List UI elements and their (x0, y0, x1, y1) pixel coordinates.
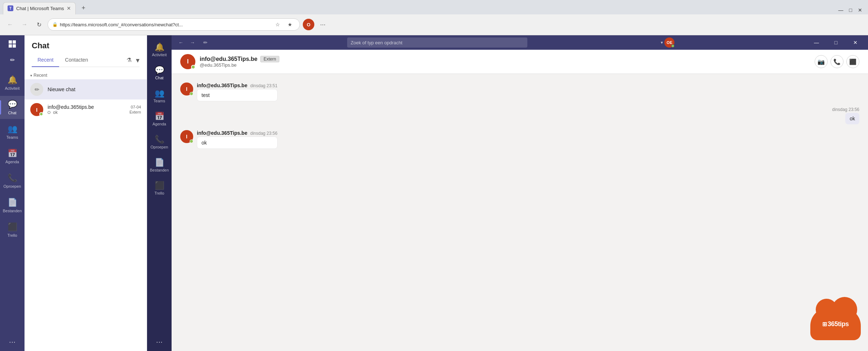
list-item[interactable]: I info@edu.365tips.be ok 07-04 Extern (25, 99, 147, 120)
message-content: info@edu.365Tips.be dinsdag 23:51 test (197, 83, 278, 101)
teams-sidebar-item-trello[interactable]: ⬛ Trello (147, 177, 172, 200)
msg-avatar-initials: I (186, 86, 187, 92)
collections-icon[interactable]: ★ (284, 19, 295, 30)
profile-button[interactable]: O (303, 19, 314, 30)
teams-sidebar-item-bestanden[interactable]: 📄 Bestanden (147, 154, 172, 177)
teams-trello-icon: ⬛ (155, 181, 164, 190)
teams-favicon: T (8, 5, 13, 11)
new-chat-plus-icon: ✏ (35, 86, 39, 93)
message-sender: info@edu.365Tips.be (197, 83, 247, 88)
sidebar-item-bestanden[interactable]: 📄 Bestanden (0, 194, 25, 217)
voice-call-button[interactable]: 📞 (831, 55, 843, 68)
apps-grid-icon (9, 40, 16, 48)
chat-messages: I info@edu.365Tips.be dinsdag 23:51 test (172, 74, 868, 157)
browser-close[interactable]: ✕ (858, 7, 862, 13)
message-bubble: ok (197, 137, 278, 149)
sidebar-item-oproepen[interactable]: 📞 Oproepen (0, 169, 25, 192)
right-content: 🔔 Activiteit 💬 Chat 👥 Teams 📅 Agenda 📞 (147, 35, 868, 351)
browser-maximize[interactable]: □ (849, 7, 852, 13)
teams-bestanden-icon: 📄 (155, 158, 164, 167)
bookmark-star-icon[interactable]: ☆ (272, 19, 283, 30)
section-arrow-icon: ▾ (30, 74, 32, 77)
teams-compose-button[interactable]: ✏ (200, 37, 211, 48)
message-meta: info@edu.365Tips.be dinsdag 23:51 (197, 83, 278, 88)
tab-contacten[interactable]: Contacten (59, 53, 94, 67)
trello-icon: ⬛ (8, 222, 17, 232)
url-text: https://teams.microsoft.com/_#/conversat… (60, 22, 269, 27)
back-button[interactable]: ← (4, 19, 16, 30)
browser-tabs: T Chat | Microsoft Teams ✕ + — □ ✕ (0, 0, 868, 14)
message-row: I info@edu.365Tips.be dinsdag 23:56 ok (180, 130, 859, 149)
sidebar-item-teams[interactable]: 👥 Teams (0, 120, 25, 143)
sidebar-item-agenda[interactable]: 📅 Agenda (0, 145, 25, 168)
sidebar-item-trello[interactable]: ⬛ Trello (0, 218, 25, 241)
watermark: ⊞ 365tips (810, 308, 861, 344)
chat-filter-button[interactable]: ⚗ (124, 54, 134, 66)
browser-minimize[interactable]: — (838, 7, 843, 13)
chat-panel-title: Chat (32, 41, 140, 50)
address-bar[interactable]: 🔒 https://teams.microsoft.com/_#/convers… (48, 18, 300, 31)
message-meta: info@edu.365Tips.be dinsdag 23:56 (197, 130, 278, 136)
sidebar-item-activiteit[interactable]: 🔔 Activiteit (0, 71, 25, 94)
teams-sidebar-item-oproepen[interactable]: 📞 Oproepen (147, 130, 172, 154)
sidebar-more-button[interactable]: ··· (9, 333, 15, 351)
watermark-text: ⊞ 365tips (822, 320, 849, 328)
chat-header-info: info@edu.365Tips.be Extern @edu.365Tips.… (200, 56, 815, 68)
teams-sidebar-item-teams[interactable]: 👥 Teams (147, 84, 172, 107)
avatar-status-dot (39, 112, 43, 116)
sidebar-bestanden-label: Bestanden (3, 209, 22, 213)
chat-header-actions: 📷 📞 ⬛ (815, 55, 859, 68)
teams-sidebar-more-button[interactable]: ··· (156, 333, 163, 351)
teams-activiteit-icon: 🔔 (155, 43, 164, 52)
teams-back-button[interactable]: ← (176, 37, 186, 48)
sidebar-item-chat[interactable]: 💬 Chat (0, 96, 25, 119)
new-tab-button[interactable]: + (77, 2, 89, 14)
chat-panel: Chat Recent Contacten ⚗ ▾ ▾ Recent ✏ Nie… (25, 35, 147, 351)
left-sidebar: ✏ 🔔 Activiteit 💬 Chat 👥 Teams 📅 Agenda 📞… (0, 35, 25, 351)
watermark-office-icon: ⊞ (822, 321, 827, 328)
close-tab-button[interactable]: ✕ (67, 5, 71, 11)
teams-sidebar-item-activiteit[interactable]: 🔔 Activiteit (147, 38, 172, 61)
address-bar-actions: ☆ ★ (272, 19, 295, 30)
forward-button[interactable]: → (19, 19, 30, 30)
video-call-button[interactable]: 📷 (815, 55, 828, 68)
chat-window: ← → ✏ Zoek of typ een opdracht ▾ OE — □ … (172, 35, 868, 351)
teams-activiteit-label: Activiteit (152, 53, 167, 57)
teams-sidebar-item-chat[interactable]: 💬 Chat (147, 61, 172, 84)
teams-maximize-button[interactable]: □ (828, 37, 844, 48)
tab-recent[interactable]: Recent (32, 53, 59, 67)
teams-search-text: Zoek of typ een opdracht (351, 40, 403, 45)
chat-item-content: info@edu.365tips.be ok (48, 104, 125, 115)
chat-dropdown-button[interactable]: ▾ (136, 56, 140, 65)
chat-header-name: info@edu.365Tips.be Extern (200, 56, 815, 62)
teams-user-avatar[interactable]: OE (664, 37, 674, 48)
msg-avatar-initials: I (186, 134, 187, 139)
teams-agenda-label: Agenda (152, 122, 166, 126)
more-button[interactable]: ··· (317, 19, 328, 30)
browser-window-controls: — □ ✕ (838, 7, 868, 14)
sidebar-agenda-label: Agenda (5, 160, 19, 164)
sidebar-trello-label: Trello (7, 233, 17, 237)
new-chat-compose-button[interactable]: ✏ (6, 54, 18, 66)
agenda-icon: 📅 (8, 149, 17, 158)
sidebar-chat-label: Chat (8, 111, 16, 115)
teams-search-bar[interactable]: Zoek of typ een opdracht (347, 37, 527, 48)
outgoing-bubble: ok (845, 113, 859, 124)
teams-oproepen-icon: 📞 (155, 135, 164, 144)
more-options-button[interactable]: ⬛ (846, 55, 859, 68)
browser-tab-teams[interactable]: T Chat | Microsoft Teams ✕ (3, 2, 76, 14)
teams-window-chrome: ← → ✏ Zoek of typ een opdracht ▾ OE — □ … (172, 35, 868, 50)
apps-button[interactable] (6, 38, 18, 50)
teams-forward-button[interactable]: → (187, 37, 198, 48)
teams-close-button[interactable]: ✕ (847, 37, 864, 48)
chat-item-meta: 07-04 Extern (129, 105, 141, 114)
new-chat-label: Nieuwe chat (48, 86, 75, 92)
teams-sidebar-item-agenda[interactable]: 📅 Agenda (147, 107, 172, 130)
new-chat-item[interactable]: ✏ Nieuwe chat (25, 79, 147, 99)
refresh-button[interactable]: ↻ (33, 19, 45, 30)
sidebar-oproepen-label: Oproepen (4, 184, 21, 188)
chat-list: ▾ Recent ✏ Nieuwe chat I info@edu.365tip… (25, 67, 147, 351)
teams-teams-icon: 👥 (155, 89, 164, 98)
teams-minimize-button[interactable]: — (808, 37, 825, 48)
teams-search-dropdown[interactable]: ▾ (661, 40, 663, 45)
